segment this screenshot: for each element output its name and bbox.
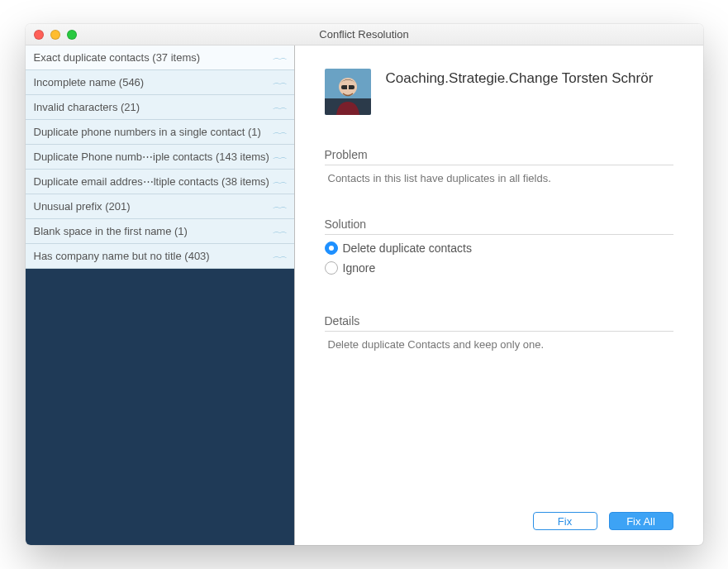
collapse-icon: ︿︿ [273, 54, 286, 62]
avatar [325, 69, 371, 115]
sidebar-item-label: Unusual prefix (201) [34, 200, 131, 213]
zoom-window-button[interactable] [67, 30, 77, 40]
problem-heading: Problem [325, 148, 673, 165]
details-heading: Details [325, 314, 673, 332]
sidebar-item-label: Has company name but no title (403) [34, 250, 210, 262]
sidebar-item-label: Blank space in the first name (1) [34, 225, 188, 237]
sidebar-item-label: Invalid characters (21) [34, 101, 140, 113]
fix-button[interactable]: Fix [533, 512, 597, 530]
collapse-icon: ︿︿ [273, 153, 286, 161]
collapse-icon: ︿︿ [273, 252, 286, 261]
sidebar-item-7[interactable]: Blank space in the first name (1)︿︿ [26, 219, 294, 244]
sidebar-item-label: Duplicate email addres⋯ltiple contacts (… [34, 175, 269, 188]
solution-option-label: Ignore [343, 261, 376, 275]
svg-rect-4 [347, 85, 349, 89]
sidebar-item-4[interactable]: Duplicate Phone numb⋯iple contacts (143 … [26, 145, 294, 170]
window-body: Exact duplicate contacts (37 items)︿︿Inc… [26, 45, 703, 545]
sidebar-item-label: Duplicate Phone numb⋯iple contacts (143 … [34, 151, 269, 163]
window-controls [26, 30, 77, 40]
sidebar-item-label: Exact duplicate contacts (37 items) [34, 51, 201, 64]
sidebar-item-2[interactable]: Invalid characters (21)︿︿ [26, 95, 294, 120]
sidebar-item-label: Duplicate phone numbers in a single cont… [34, 126, 261, 138]
collapse-icon: ︿︿ [273, 79, 286, 87]
solution-option-0[interactable]: Delete duplicate contacts [325, 241, 673, 255]
sidebar: Exact duplicate contacts (37 items)︿︿Inc… [26, 45, 295, 545]
collapse-icon: ︿︿ [273, 203, 286, 211]
collapse-icon: ︿︿ [273, 128, 286, 136]
collapse-icon: ︿︿ [273, 178, 286, 186]
fix-all-button[interactable]: Fix All [609, 512, 673, 530]
window-title: Conflict Resolution [26, 28, 703, 41]
radio-icon [325, 241, 338, 255]
collapse-icon: ︿︿ [273, 227, 286, 236]
contact-header: Coaching.Strategie.Change Torsten Schrör [325, 69, 673, 115]
solution-option-label: Delete duplicate contacts [343, 241, 472, 255]
sidebar-item-6[interactable]: Unusual prefix (201)︿︿ [26, 194, 294, 219]
sidebar-item-label: Incomplete name (546) [34, 76, 145, 88]
problem-text: Contacts in this list have duplicates in… [325, 172, 673, 184]
footer: Fix Fix All [325, 502, 673, 530]
sidebar-item-0[interactable]: Exact duplicate contacts (37 items)︿︿ [26, 45, 294, 70]
details-text: Delete duplicate Contacts and keep only … [325, 338, 673, 351]
problem-section: Problem Contacts in this list have dupli… [325, 148, 673, 184]
solution-heading: Solution [325, 218, 673, 235]
sidebar-item-8[interactable]: Has company name but no title (403)︿︿ [26, 244, 294, 269]
radio-icon [325, 261, 338, 275]
details-section: Details Delete duplicate Contacts and ke… [325, 314, 673, 351]
sidebar-item-5[interactable]: Duplicate email addres⋯ltiple contacts (… [26, 170, 294, 194]
content-pane: Coaching.Strategie.Change Torsten Schrör… [295, 45, 703, 545]
solution-section: Solution Delete duplicate contactsIgnore [325, 218, 673, 281]
sidebar-item-3[interactable]: Duplicate phone numbers in a single cont… [26, 120, 294, 145]
window: Conflict Resolution Exact duplicate cont… [26, 24, 703, 545]
contact-name: Coaching.Strategie.Change Torsten Schrör [386, 70, 654, 87]
titlebar: Conflict Resolution [26, 24, 703, 45]
collapse-icon: ︿︿ [273, 103, 286, 112]
sidebar-item-1[interactable]: Incomplete name (546)︿︿ [26, 70, 294, 95]
close-window-button[interactable] [34, 30, 44, 40]
solution-option-1[interactable]: Ignore [325, 261, 673, 275]
minimize-window-button[interactable] [50, 30, 60, 40]
